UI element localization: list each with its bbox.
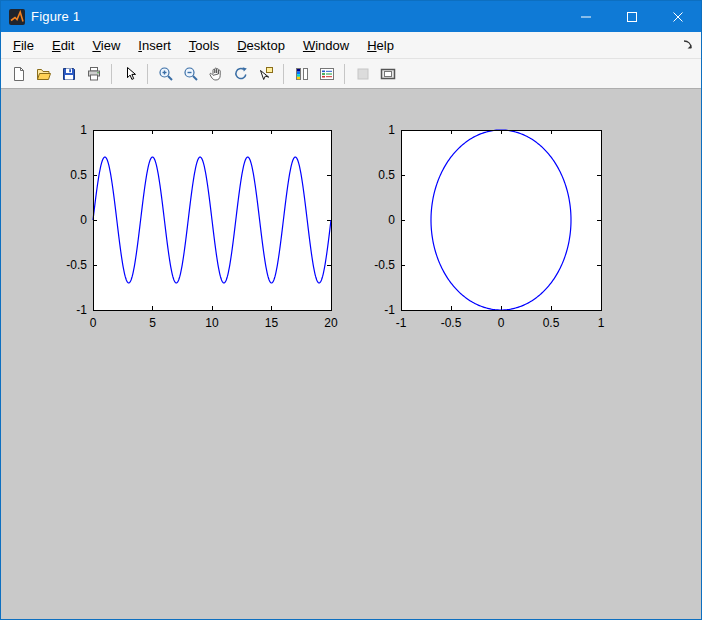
zoom-out-icon [183, 66, 199, 82]
close-icon [673, 12, 683, 22]
svg-text:-1: -1 [396, 316, 407, 330]
svg-text:0.5: 0.5 [378, 168, 395, 182]
new-figure-button[interactable] [7, 62, 30, 85]
toolbar-separator [147, 64, 148, 84]
data-cursor-icon [258, 66, 274, 82]
show-plot-tools-button[interactable] [376, 62, 399, 85]
zoom-in-button[interactable] [154, 62, 177, 85]
svg-text:15: 15 [265, 316, 279, 330]
menu-help[interactable]: Help [358, 34, 403, 57]
menu-window[interactable]: Window [294, 34, 358, 57]
open-file-button[interactable] [32, 62, 55, 85]
menu-edit[interactable]: Edit [43, 34, 83, 57]
zoom-out-button[interactable] [179, 62, 202, 85]
zoom-in-icon [158, 66, 174, 82]
svg-text:-1: -1 [76, 303, 87, 317]
svg-text:0: 0 [498, 316, 505, 330]
hide-plot-tools-button[interactable] [351, 62, 374, 85]
svg-text:-0.5: -0.5 [374, 258, 395, 272]
menu-file[interactable]: File [4, 34, 43, 57]
brush-icon [355, 66, 371, 82]
menu-desktop[interactable]: Desktop [228, 34, 294, 57]
svg-text:1: 1 [598, 316, 605, 330]
rotate-3d-button[interactable] [229, 62, 252, 85]
svg-text:5: 5 [149, 316, 156, 330]
plot-tools-icon [380, 66, 396, 82]
insert-legend-button[interactable] [315, 62, 338, 85]
figure-window: Figure 1 FileEditViewInsertToolsDesktopW… [0, 0, 702, 620]
menu-items: FileEditViewInsertToolsDesktopWindowHelp [4, 34, 403, 57]
legend-icon [319, 66, 335, 82]
svg-text:0: 0 [90, 316, 97, 330]
svg-text:0.5: 0.5 [70, 168, 87, 182]
svg-text:1: 1 [80, 123, 87, 137]
close-button[interactable] [655, 1, 701, 32]
figure-canvas: 05101520-1-0.500.51 -1-0.500.51-1-0.500.… [1, 89, 701, 619]
dock-arrow-icon[interactable] [682, 39, 694, 51]
data-cursor-button[interactable] [254, 62, 277, 85]
edit-plot-button[interactable] [118, 62, 141, 85]
menu-tools[interactable]: Tools [180, 34, 228, 57]
new-document-icon [11, 66, 27, 82]
maximize-icon [627, 12, 637, 22]
pointer-icon [122, 66, 138, 82]
left-axes[interactable]: 05101520-1-0.500.51 [55, 119, 343, 343]
titlebar[interactable]: Figure 1 [1, 1, 701, 32]
svg-text:1: 1 [388, 123, 395, 137]
print-figure-button[interactable] [82, 62, 105, 85]
pan-hand-icon [208, 66, 224, 82]
svg-text:0: 0 [80, 213, 87, 227]
svg-text:20: 20 [324, 316, 338, 330]
maximize-button[interactable] [609, 1, 655, 32]
save-figure-button[interactable] [57, 62, 80, 85]
menu-insert[interactable]: Insert [129, 34, 180, 57]
pan-button[interactable] [204, 62, 227, 85]
matlab-icon[interactable] [9, 9, 25, 25]
colorbar-icon [294, 66, 310, 82]
right-axes[interactable]: -1-0.500.51-1-0.500.51 [363, 119, 613, 343]
svg-text:-0.5: -0.5 [66, 258, 87, 272]
window-title: Figure 1 [31, 9, 80, 24]
window-controls [563, 1, 701, 32]
minimize-icon [581, 12, 591, 22]
minimize-button[interactable] [563, 1, 609, 32]
open-folder-icon [36, 66, 52, 82]
rotate-3d-icon [233, 66, 249, 82]
svg-text:-0.5: -0.5 [441, 316, 462, 330]
toolbar-separator [283, 64, 284, 84]
toolbar-separator [111, 64, 112, 84]
svg-text:-1: -1 [384, 303, 395, 317]
save-icon [61, 66, 77, 82]
toolbar-separator [344, 64, 345, 84]
menu-view[interactable]: View [83, 34, 129, 57]
svg-text:0: 0 [388, 213, 395, 227]
menubar: FileEditViewInsertToolsDesktopWindowHelp [1, 32, 701, 59]
svg-text:10: 10 [205, 316, 219, 330]
svg-text:0.5: 0.5 [543, 316, 560, 330]
insert-colorbar-button[interactable] [290, 62, 313, 85]
print-icon [86, 66, 102, 82]
toolbar [1, 59, 701, 89]
